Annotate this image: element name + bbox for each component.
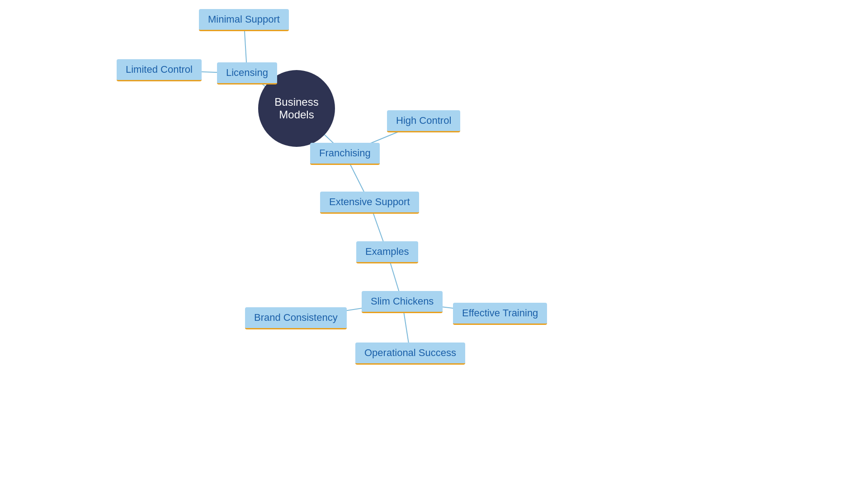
limited-control-label: Limited Control xyxy=(126,64,193,75)
brand-consistency-node: Brand Consistency xyxy=(245,307,347,329)
minimal-support-label: Minimal Support xyxy=(208,14,280,25)
franchising-box: Franchising xyxy=(310,143,380,165)
operational-success-label: Operational Success xyxy=(364,347,456,358)
brand-consistency-box: Brand Consistency xyxy=(245,307,347,329)
high-control-label: High Control xyxy=(396,115,451,126)
slim-chickens-node: Slim Chickens xyxy=(362,291,443,313)
effective-training-label: Effective Training xyxy=(462,307,538,319)
operational-success-node: Operational Success xyxy=(355,343,465,365)
effective-training-node: Effective Training xyxy=(453,303,547,325)
high-control-box: High Control xyxy=(387,110,460,132)
franchising-node: Franchising xyxy=(310,143,380,165)
slim-chickens-box: Slim Chickens xyxy=(362,291,443,313)
slim-chickens-label: Slim Chickens xyxy=(371,296,434,307)
limited-control-box: Limited Control xyxy=(117,59,202,81)
minimal-support-box: Minimal Support xyxy=(199,9,289,31)
brand-consistency-label: Brand Consistency xyxy=(254,312,338,323)
examples-label: Examples xyxy=(365,246,409,257)
extensive-support-label: Extensive Support xyxy=(329,196,410,207)
licensing-label: Licensing xyxy=(226,67,268,78)
limited-control-node: Limited Control xyxy=(117,59,202,81)
center-label: Business Models xyxy=(267,96,326,121)
licensing-box: Licensing xyxy=(217,62,277,84)
minimal-support-node: Minimal Support xyxy=(199,9,289,31)
effective-training-box: Effective Training xyxy=(453,303,547,325)
examples-box: Examples xyxy=(356,241,418,263)
operational-success-box: Operational Success xyxy=(355,343,465,365)
high-control-node: High Control xyxy=(387,110,460,132)
franchising-label: Franchising xyxy=(319,147,371,159)
licensing-node: Licensing xyxy=(217,62,277,84)
extensive-support-box: Extensive Support xyxy=(320,192,419,214)
examples-node: Examples xyxy=(356,241,418,263)
extensive-support-node: Extensive Support xyxy=(320,192,419,214)
